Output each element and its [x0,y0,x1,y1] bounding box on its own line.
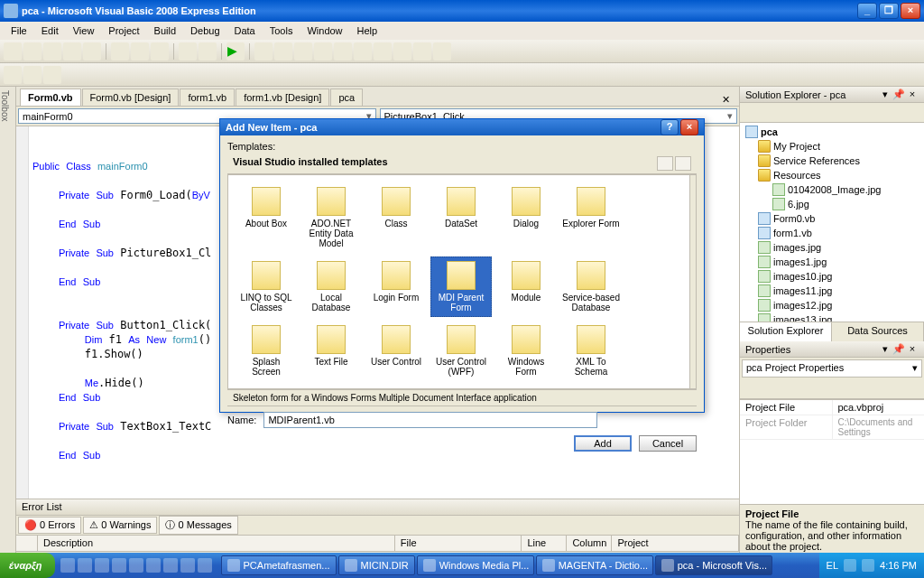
menu-view[interactable]: View [66,23,102,38]
template-item[interactable]: User Control [365,321,427,381]
tree-node[interactable]: images13.jpg [742,312,922,322]
categorized-icon[interactable] [744,382,758,396]
templates-list[interactable]: About BoxADO.NET Entity Data ModelClassD… [228,175,689,388]
start-debug-icon[interactable]: ▶ [226,42,245,61]
system-tray[interactable]: EL 4:16 PM [819,553,924,578]
messages-filter[interactable]: ⓘ 0 Messages [159,516,237,535]
tab-data-sources[interactable]: Data Sources [832,322,924,341]
tree-node[interactable]: images12.jpg [742,298,922,312]
toolbar-btn[interactable] [413,42,431,61]
minimize-button[interactable]: _ [857,3,877,19]
tree-node[interactable]: images10.jpg [742,269,922,284]
dialog-titlebar[interactable]: Add New Item - pca ? × [220,119,704,135]
quick-launch-icon[interactable] [180,558,195,573]
menu-help[interactable]: Help [350,23,385,38]
tree-node[interactable]: form1.vb [742,226,922,240]
template-item[interactable]: Module [495,256,557,317]
cut-icon[interactable] [111,42,129,61]
toolbar-btn[interactable] [374,42,392,61]
new-project-icon[interactable] [4,42,22,61]
taskbar-task[interactable]: pca - Microsoft Vis... [655,555,772,575]
properties-grid[interactable]: Project Filepca.vbproj Project FolderC:\… [740,399,924,440]
toolbar-btn[interactable] [274,42,292,61]
tree-node[interactable]: My Project [742,139,922,154]
panel-pin-icon[interactable]: 📌 [892,343,905,356]
open-icon[interactable] [43,42,61,61]
taskbar-task[interactable]: PCAmetafrasmen... [221,555,337,575]
alphabetical-icon[interactable] [762,382,776,396]
menu-project[interactable]: Project [101,23,146,38]
quick-launch-icon[interactable] [163,558,178,573]
template-item[interactable]: Text File [300,321,362,381]
cancel-button[interactable]: Cancel [639,435,697,452]
save-icon[interactable] [63,42,81,61]
scrollbar[interactable] [689,175,696,388]
tree-node[interactable]: Service References [742,154,922,168]
template-item[interactable]: Local Database [300,256,362,317]
toolbar-btn[interactable] [43,66,61,84]
tree-node[interactable]: Resources [742,168,922,182]
large-icons-view-icon[interactable] [657,156,673,171]
tray-icon[interactable] [844,559,856,572]
clock[interactable]: 4:16 PM [880,560,917,571]
tab-pca[interactable]: pca [330,89,363,106]
panel-dropdown-icon[interactable]: ▾ [879,343,892,356]
template-item[interactable]: Windows Form [495,321,557,381]
tree-node[interactable]: images1.jpg [742,255,922,269]
dialog-help-button[interactable]: ? [661,119,679,135]
small-icons-view-icon[interactable] [675,156,691,171]
toolbar-btn[interactable] [4,66,22,84]
template-item[interactable]: Explorer Form [560,182,622,253]
tab-form1design[interactable]: form1.vb [Design] [236,89,329,106]
toolbox-tab[interactable]: Toolbox [0,87,16,553]
quick-launch-icon[interactable] [78,558,92,573]
tree-node[interactable]: 6.jpg [742,197,922,211]
start-button[interactable]: έναρξη [0,553,55,578]
tab-form0vb[interactable]: Form0.vb [20,89,81,106]
taskbar-task[interactable]: MICIN.DIR [338,555,415,575]
col-project[interactable]: Project [612,536,739,551]
solution-tree[interactable]: pca My ProjectService ReferencesResource… [740,123,924,322]
tree-node[interactable]: images.jpg [742,240,922,255]
template-item[interactable]: Splash Screen [236,321,297,381]
template-item[interactable]: ADO.NET Entity Data Model [300,182,362,253]
panel-close-icon[interactable]: × [906,343,919,356]
undo-icon[interactable] [179,42,197,61]
tab-form1vb[interactable]: form1.vb [180,89,235,106]
tree-node[interactable]: Form0.vb [742,211,922,226]
menu-debug[interactable]: Debug [183,23,226,38]
panel-pin-icon[interactable]: 📌 [892,89,905,101]
template-item[interactable]: Dialog [495,182,557,253]
quick-launch-icon[interactable] [60,558,75,573]
refresh-icon[interactable] [780,106,794,120]
dialog-close-button[interactable]: × [680,119,698,135]
tree-root[interactable]: pca [742,125,922,139]
template-item[interactable]: Service-based Database [560,256,622,317]
copy-icon[interactable] [131,42,149,61]
add-button[interactable]: Add [574,435,632,452]
properties-object-combo[interactable]: pca Project Properties▾ [742,359,922,378]
quick-launch-icon[interactable] [129,558,143,573]
quick-launch-icon[interactable] [95,558,109,573]
tabs-close-icon[interactable]: ✕ [716,94,735,106]
template-item[interactable]: User Control (WPF) [430,321,492,381]
toolbar-btn[interactable] [334,42,352,61]
menu-data[interactable]: Data [227,23,263,38]
template-item[interactable]: Class [365,182,427,253]
col-file[interactable]: File [395,536,522,551]
quick-launch-icon[interactable] [112,558,126,573]
template-item[interactable]: LINQ to SQL Classes [236,256,297,317]
menu-edit[interactable]: Edit [34,23,66,38]
warnings-filter[interactable]: ⚠ 0 Warnings [83,517,157,534]
menu-window[interactable]: Window [300,23,349,38]
language-indicator[interactable]: EL [827,560,838,571]
tray-icon[interactable] [862,559,874,572]
menu-tools[interactable]: Tools [263,23,300,38]
taskbar-task[interactable]: MAGENTA - Dictio... [536,555,653,575]
toolbar-btn[interactable] [393,42,411,61]
col-column[interactable]: Column [567,536,612,551]
add-item-icon[interactable] [23,42,42,61]
toolbar-btn[interactable] [314,42,332,61]
panel-close-icon[interactable]: × [906,89,919,101]
template-item[interactable]: About Box [236,182,297,253]
